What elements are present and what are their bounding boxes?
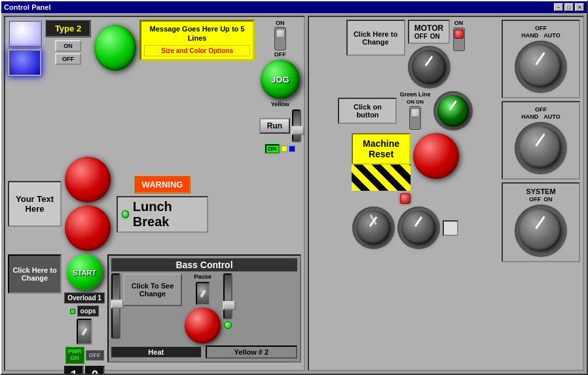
red-button-top[interactable] [65,157,111,203]
bass-title: Bass Control [111,258,297,271]
machine-reset-box[interactable]: Machine Reset [352,133,411,165]
on-toggle-label: ON [454,20,464,26]
slider-track [292,109,301,142]
bottom-knob2[interactable] [401,210,435,245]
red-button-bottom[interactable] [65,205,111,251]
green-line-off-label: ON [416,99,424,105]
click-here-change-box[interactable]: Click Here to Change [8,254,62,294]
bass-slider-thumb[interactable] [111,300,124,309]
on-indicator: ON [265,144,280,153]
hazard-stripe [352,165,411,191]
bass-slider[interactable] [111,273,120,339]
heat-label: Heat [111,347,201,357]
system-off-label: OFF [529,196,541,203]
motor-label: MOTOR OFF ON [408,20,450,44]
big-green-button[interactable] [94,25,136,71]
motor-knob-surround [408,46,450,89]
green-knob[interactable] [437,95,469,127]
hand-auto-labels-2: HAND AUTO [521,113,560,120]
message-text: Message Goes Here Up to 5 Lines [144,24,249,43]
maximize-button[interactable]: □ [564,3,574,11]
main-window: Control Panel − □ ✕ Type 2 ON [0,0,588,375]
center-red-led [400,193,411,204]
hand-label-1: HAND [521,32,538,39]
bottom-knob1[interactable] [356,210,390,245]
lunch-break-bar: Lunch Break [117,196,208,233]
green-line-text: Green Line [399,91,430,98]
off-label-2: OFF [535,106,547,113]
motor-title: MOTOR [414,24,443,33]
system-label: SYSTEM [526,188,555,195]
jog-button[interactable]: JOG [261,60,300,99]
start-button[interactable]: START [67,254,103,290]
selector-knob-3[interactable] [519,208,561,251]
white-indicator [443,220,458,236]
green-knob-surround [433,91,473,130]
on-button[interactable]: ON [55,40,81,52]
toggle-lever [276,29,285,38]
motor-knob[interactable] [412,50,446,84]
big-red-reset-button[interactable] [413,133,459,179]
window-title: Control Panel [4,3,51,11]
lunch-break-text: Lunch Break [133,199,203,229]
window-controls: − □ ✕ [554,3,584,11]
click-here-change2-box[interactable]: Click Here to Change [346,20,405,56]
off-label-1: OFF [535,25,547,31]
type-badge[interactable]: Type 2 [45,20,91,37]
system-on-label: ON [543,196,553,203]
bass-led-green [224,321,232,329]
selector-knob2-surround [515,122,567,174]
yellow-indicator [281,146,287,152]
auto-label-1: AUTO [543,32,560,39]
bottom-knob1-surround [352,207,395,249]
minimize-button[interactable]: − [554,3,563,11]
bass-red-button[interactable] [185,307,221,344]
motor-off-label: OFF [414,33,428,40]
right-selector-panel: OFF HAND AUTO [502,20,580,262]
blue-indicator [289,146,295,152]
lunch-break-led [122,210,129,218]
motor-on-label: ON [430,33,440,40]
off-label-small: OFF [274,51,286,58]
lamp-group [8,20,42,77]
green-line-label: Green Line [399,92,430,98]
title-bar: Control Panel − □ ✕ [1,1,587,13]
bass-slider2-thumb[interactable] [223,301,236,310]
green-line-lever [411,108,420,117]
bottom-knob2-surround [397,207,440,249]
off-btn-label[interactable]: OFF [86,350,104,361]
selector-box-1: OFF HAND AUTO [502,20,580,98]
slider-thumb[interactable] [291,126,304,135]
key-switch[interactable] [77,319,92,345]
on-off-toggle[interactable]: ON OFF [274,20,286,58]
bass-slider2[interactable] [223,273,232,319]
lamp-blue[interactable] [8,49,42,77]
click-to-see-box[interactable]: Click To See Change [123,273,182,306]
warning-label[interactable]: WARNING [134,176,191,193]
your-text-box[interactable]: Your Text Here [8,181,62,227]
green-line-toggle[interactable] [409,106,421,130]
close-button[interactable]: ✕ [575,3,584,11]
hand-auto-labels-1: HAND AUTO [521,32,560,39]
on-label-small: ON [276,20,285,26]
size-color-options[interactable]: Size and Color Options [144,45,249,56]
off-button[interactable]: OFF [55,53,81,65]
pause-key-switch[interactable] [196,282,210,306]
digit-2: 0 [85,366,105,374]
selector-knob-2[interactable] [519,126,561,168]
motor-toggle-lever [454,30,464,39]
lamp-white[interactable] [8,20,42,47]
click-on-button-box[interactable]: Click on button [338,98,397,124]
run-button[interactable]: Run [259,118,290,134]
toggle-body[interactable] [274,27,286,50]
selector-box-2: OFF HAND AUTO [502,101,580,180]
hand-label-2: HAND [521,113,538,120]
yellow-label-small: Yellow [271,101,289,108]
pause-label: Pause [194,273,211,280]
selector-knob-1[interactable] [519,45,561,87]
motor-toggle-body[interactable] [453,28,465,51]
small-led-green [70,309,75,314]
oops-label: oops [77,306,100,317]
left-panel: Type 2 ON OFF Message Goes Here Up to 5 … [4,16,305,371]
yellow2-label: Yellow # 2 [206,345,298,359]
